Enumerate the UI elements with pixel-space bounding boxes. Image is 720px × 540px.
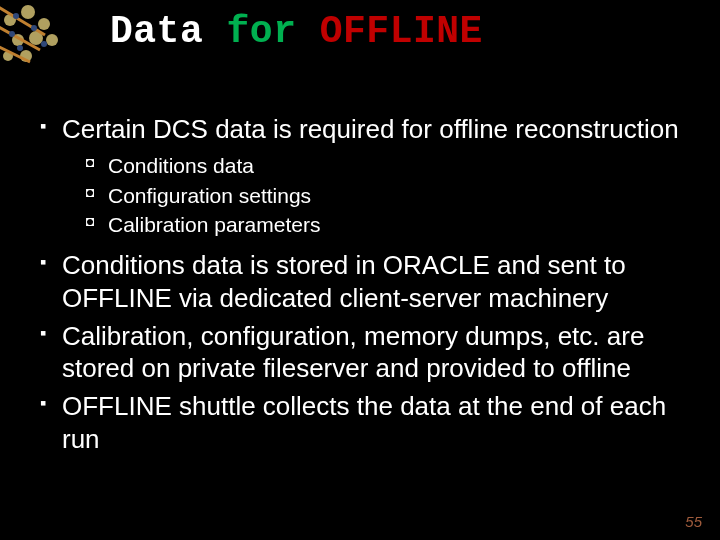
page-number: 55	[685, 513, 702, 530]
title-word-offline: OFFLINE	[320, 10, 483, 53]
slide: Data for OFFLINE Certain DCS data is req…	[0, 0, 720, 540]
bullet-text: Certain DCS data is required for offline…	[62, 114, 679, 144]
bullet-item: Calibration, configuration, memory dumps…	[40, 320, 680, 384]
sub-bullet-item: Calibration parameters	[86, 210, 680, 239]
bullet-text: OFFLINE shuttle collects the data at the…	[62, 391, 666, 453]
sub-bullet-item: Conditions data	[86, 151, 680, 180]
bullet-text: Conditions data is stored in ORACLE and …	[62, 250, 626, 312]
bullet-list: Certain DCS data is required for offline…	[40, 113, 680, 455]
bullet-item: Conditions data is stored in ORACLE and …	[40, 249, 680, 313]
bullet-text: Calibration, configuration, memory dumps…	[62, 321, 644, 383]
bullet-item: OFFLINE shuttle collects the data at the…	[40, 390, 680, 454]
sub-bullet-text: Conditions data	[108, 154, 254, 177]
title-word-for: for	[227, 10, 297, 53]
slide-title: Data for OFFLINE	[0, 0, 720, 53]
title-word-data: Data	[110, 10, 203, 53]
sub-bullet-text: Calibration parameters	[108, 213, 320, 236]
sub-bullet-text: Configuration settings	[108, 184, 311, 207]
bullet-item: Certain DCS data is required for offline…	[40, 113, 680, 239]
slide-body: Certain DCS data is required for offline…	[0, 53, 720, 455]
sub-bullet-item: Configuration settings	[86, 181, 680, 210]
sub-bullet-list: Conditions data Configuration settings C…	[62, 151, 680, 239]
